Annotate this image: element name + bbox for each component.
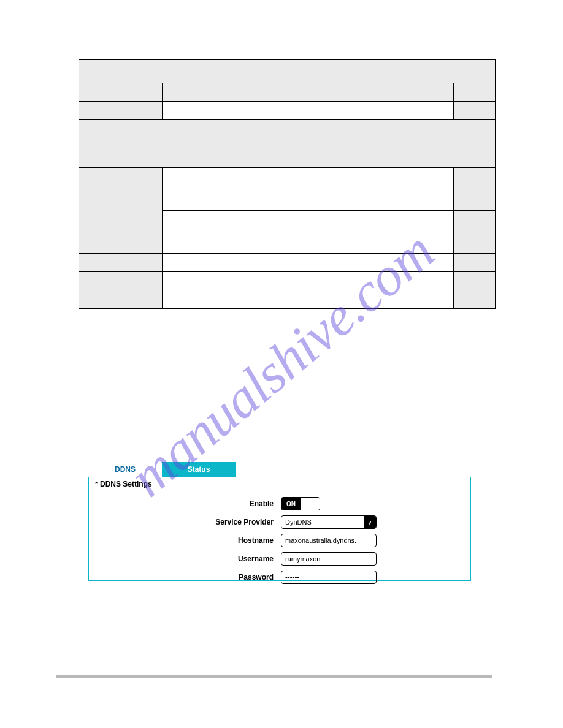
- password-label: Password: [94, 573, 281, 582]
- table-cell: [162, 235, 453, 254]
- table-cell: [79, 186, 163, 235]
- table-cell: [454, 211, 496, 235]
- table-cell: [79, 168, 163, 186]
- table-cell: [162, 186, 453, 211]
- tab-strip: DDNS Status: [88, 462, 471, 477]
- table-cell: [79, 254, 163, 272]
- toggle-on-label: ON: [282, 498, 301, 510]
- table-cell: [454, 290, 496, 309]
- username-input[interactable]: ramymaxon: [281, 552, 377, 566]
- table-cell: [454, 186, 496, 211]
- table-cell: [162, 290, 453, 309]
- table-cell: [454, 272, 496, 290]
- table-cell: [162, 272, 453, 290]
- service-provider-label: Service Provider: [94, 518, 281, 526]
- toggle-off-side: [301, 498, 320, 510]
- table-cell: [454, 254, 496, 272]
- table-cell: [454, 83, 496, 102]
- username-label: Username: [94, 555, 281, 563]
- accordion-header[interactable]: ⌃ DDNS Settings: [94, 480, 465, 488]
- table-cell: [162, 102, 453, 120]
- table-row: [79, 60, 496, 83]
- footer-divider: [56, 675, 492, 678]
- service-provider-value: DynDNS: [282, 516, 364, 528]
- chevron-up-icon: ⌃: [94, 481, 99, 488]
- table-cell: [79, 83, 163, 102]
- password-input[interactable]: ••••••: [281, 571, 377, 584]
- table-cell: [79, 235, 163, 254]
- service-provider-select[interactable]: DynDNS v: [281, 515, 377, 529]
- tab-status[interactable]: Status: [162, 462, 236, 477]
- panel-title: DDNS Settings: [100, 480, 152, 488]
- table-cell: [454, 102, 496, 120]
- table-cell: [79, 102, 163, 120]
- enable-label: Enable: [94, 499, 281, 508]
- table-cell: [162, 168, 453, 186]
- chevron-down-icon: v: [364, 516, 376, 528]
- parameters-table: [79, 59, 496, 309]
- hostname-label: Hostname: [94, 536, 281, 545]
- table-cell: [454, 235, 496, 254]
- ddns-settings-panel: ⌃ DDNS Settings Enable ON Service Provid…: [88, 477, 471, 581]
- enable-toggle[interactable]: ON: [281, 497, 320, 510]
- table-cell: [454, 168, 496, 186]
- hostname-input[interactable]: maxonaustralia.dyndns.: [281, 534, 377, 547]
- table-cell: [79, 272, 163, 309]
- table-row: [79, 120, 496, 168]
- table-cell: [162, 83, 453, 102]
- tab-ddns[interactable]: DDNS: [88, 462, 162, 477]
- table-cell: [162, 254, 453, 272]
- table-cell: [162, 211, 453, 235]
